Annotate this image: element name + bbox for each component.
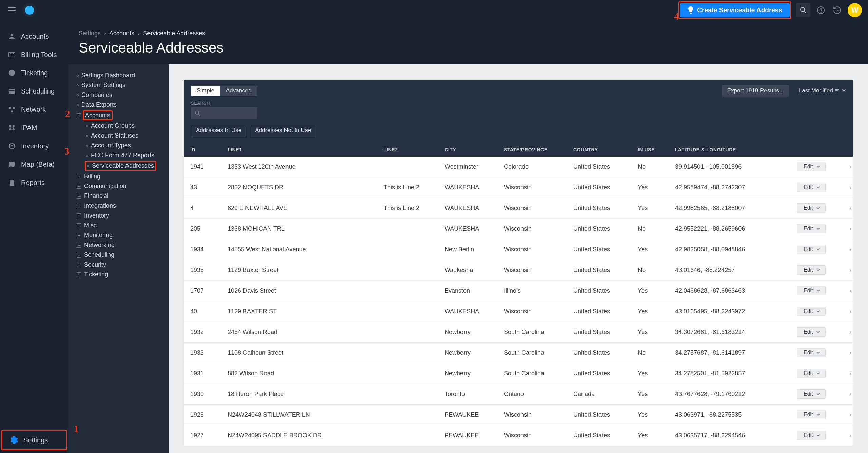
- table-row[interactable]: 401129 BAXTER STWAUKESHAWisconsinUnited …: [184, 301, 853, 322]
- avatar[interactable]: W: [848, 3, 862, 17]
- breadcrumb-settings[interactable]: Settings: [79, 30, 101, 37]
- row-expand[interactable]: ›: [838, 329, 851, 336]
- table-row[interactable]: 17071026 Davis StreetEvanstonIllinoisUni…: [184, 281, 853, 301]
- subnav-item[interactable]: Data Exports: [74, 100, 163, 110]
- hamburger-menu-button[interactable]: [6, 4, 18, 16]
- table-row[interactable]: 193414555 West National AvenueNew Berlin…: [184, 239, 853, 260]
- subnav-accounts[interactable]: − Accounts: [74, 110, 163, 121]
- subnav-item[interactable]: Companies: [74, 90, 163, 100]
- col-id[interactable]: ID: [190, 147, 228, 152]
- row-expand[interactable]: ›: [838, 391, 851, 398]
- expand-icon[interactable]: +: [77, 272, 81, 277]
- edit-button[interactable]: Edit: [797, 369, 826, 378]
- subnav-item[interactable]: +Ticketing: [74, 270, 163, 280]
- subnav-item[interactable]: +Financial: [74, 191, 163, 201]
- table-row[interactable]: 19331108 Calhoun StreetNewberrySouth Car…: [184, 343, 853, 363]
- subnav-item[interactable]: Settings Dashboard: [74, 70, 163, 80]
- create-serviceable-address-button[interactable]: Create Serviceable Address: [680, 3, 790, 17]
- table-row[interactable]: 19351129 Baxter StreetWaukeshaWisconsinU…: [184, 260, 853, 281]
- search-button[interactable]: [796, 3, 810, 17]
- row-expand[interactable]: ›: [838, 308, 851, 315]
- tab-simple[interactable]: Simple: [191, 86, 220, 96]
- subnav-item[interactable]: +Communication: [74, 181, 163, 191]
- table-row[interactable]: 1931882 Wilson RoadNewberrySouth Carolin…: [184, 363, 853, 384]
- expand-icon[interactable]: +: [77, 253, 81, 258]
- col-line1[interactable]: LINE1: [228, 147, 383, 152]
- breadcrumb-accounts[interactable]: Accounts: [109, 30, 134, 37]
- expand-icon[interactable]: +: [77, 213, 81, 218]
- row-expand[interactable]: ›: [838, 163, 851, 170]
- sidebar-item-map[interactable]: Map (Beta): [0, 155, 68, 173]
- expand-icon[interactable]: +: [77, 184, 81, 189]
- sidebar-item-reports[interactable]: Reports: [0, 173, 68, 192]
- expand-icon[interactable]: +: [77, 263, 81, 267]
- row-expand[interactable]: ›: [838, 205, 851, 212]
- subnav-item[interactable]: +Integrations: [74, 201, 163, 211]
- subnav-item[interactable]: System Settings: [74, 80, 163, 90]
- edit-button[interactable]: Edit: [797, 265, 826, 275]
- sidebar-item-ticket[interactable]: Ticketing: [0, 64, 68, 82]
- edit-button[interactable]: Edit: [797, 307, 826, 316]
- subnav-item[interactable]: +Misc: [74, 221, 163, 230]
- sidebar-item-network[interactable]: Network: [0, 100, 68, 119]
- subnav-sub-item[interactable]: Account Groups: [74, 121, 163, 131]
- filter-addresses-in-use[interactable]: Addresses In Use: [191, 125, 246, 136]
- subnav-sub-item[interactable]: Serviceable Addresses: [74, 160, 163, 171]
- table-row[interactable]: 19322454 Wilson RoadNewberrySouth Caroli…: [184, 322, 853, 343]
- sidebar-item-billing[interactable]: Billing Tools: [0, 45, 68, 64]
- table-row[interactable]: 1927N24W24095 SADDLE BROOK DRPEWAUKEEWis…: [184, 425, 853, 446]
- row-expand[interactable]: ›: [838, 370, 851, 377]
- subnav-item[interactable]: +Scheduling: [74, 250, 163, 260]
- edit-button[interactable]: Edit: [797, 348, 826, 357]
- sidebar-item-settings[interactable]: Settings: [2, 431, 66, 449]
- filter-addresses-not-in-use[interactable]: Addresses Not In Use: [250, 125, 316, 136]
- row-expand[interactable]: ›: [838, 267, 851, 274]
- logo[interactable]: [22, 3, 37, 17]
- subnav-sub-item[interactable]: Account Statuses: [74, 131, 163, 141]
- edit-button[interactable]: Edit: [797, 327, 826, 337]
- edit-button[interactable]: Edit: [797, 224, 826, 233]
- col-city[interactable]: CITY: [445, 147, 504, 152]
- edit-button[interactable]: Edit: [797, 245, 826, 254]
- edit-button[interactable]: Edit: [797, 183, 826, 192]
- history-button[interactable]: [831, 4, 843, 16]
- sidebar-item-inventory[interactable]: Inventory: [0, 137, 68, 155]
- tab-advanced[interactable]: Advanced: [220, 86, 257, 96]
- sidebar-item-accounts[interactable]: Accounts: [0, 27, 68, 45]
- expand-icon[interactable]: +: [77, 204, 81, 208]
- edit-button[interactable]: Edit: [797, 162, 826, 171]
- help-button[interactable]: [815, 4, 827, 16]
- col-latlon[interactable]: LATITUDE & LONGITUDE: [675, 147, 797, 152]
- subnav-item[interactable]: +Networking: [74, 240, 163, 250]
- expand-icon[interactable]: +: [77, 194, 81, 199]
- row-expand[interactable]: ›: [838, 246, 851, 253]
- row-expand[interactable]: ›: [838, 432, 851, 439]
- subnav-item[interactable]: +Inventory: [74, 211, 163, 221]
- table-row[interactable]: 2051338 MOHICAN TRLWAUKESHAWisconsinUnit…: [184, 219, 853, 239]
- expand-icon[interactable]: +: [77, 243, 81, 248]
- sort-dropdown[interactable]: Last Modified: [799, 87, 846, 94]
- subnav-sub-item[interactable]: Account Types: [74, 141, 163, 150]
- subnav-item[interactable]: +Billing: [74, 171, 163, 181]
- subnav-item[interactable]: +Security: [74, 260, 163, 270]
- expand-icon[interactable]: +: [77, 223, 81, 228]
- col-country[interactable]: COUNTRY: [573, 147, 638, 152]
- subnav-item[interactable]: +Monitoring: [74, 230, 163, 240]
- edit-button[interactable]: Edit: [797, 431, 826, 440]
- export-results-button[interactable]: Export 1910 Results...: [722, 85, 789, 97]
- expand-icon[interactable]: +: [77, 233, 81, 238]
- row-expand[interactable]: ›: [838, 349, 851, 356]
- collapse-icon[interactable]: −: [77, 113, 81, 118]
- table-row[interactable]: 193018 Heron Park PlaceTorontoOntarioCan…: [184, 384, 853, 405]
- edit-button[interactable]: Edit: [797, 389, 826, 399]
- sidebar-item-ipam[interactable]: IPAM: [0, 119, 68, 137]
- edit-button[interactable]: Edit: [797, 203, 826, 213]
- expand-icon[interactable]: +: [77, 174, 81, 179]
- col-inuse[interactable]: IN USE: [638, 147, 675, 152]
- edit-button[interactable]: Edit: [797, 410, 826, 419]
- row-expand[interactable]: ›: [838, 287, 851, 294]
- subnav-sub-item[interactable]: FCC Form 477 Reports: [74, 150, 163, 160]
- col-state[interactable]: STATE/PROVINCE: [504, 147, 573, 152]
- table-row[interactable]: 19411333 West 120th AvenueWestminsterCol…: [184, 157, 853, 177]
- table-row[interactable]: 4629 E NEWHALL AVEThis is Line 2WAUKESHA…: [184, 198, 853, 219]
